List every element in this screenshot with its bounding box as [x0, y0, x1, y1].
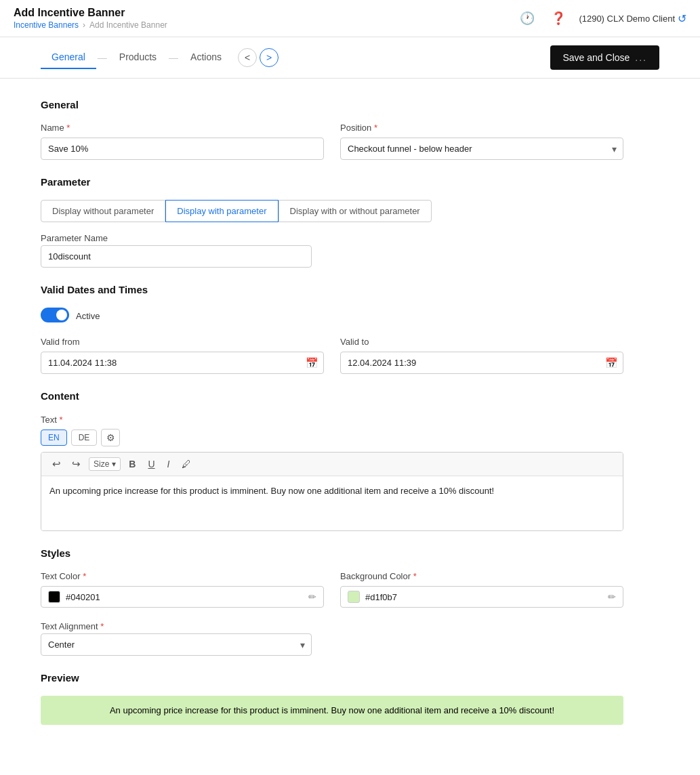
breadcrumb-current: Add Incentive Banner: [89, 20, 167, 30]
preview-banner-text: An upcoming price increase for this prod…: [110, 705, 554, 715]
text-color-edit-icon[interactable]: ✏: [308, 591, 316, 602]
parameter-section: Parameter Display without parameter Disp…: [41, 176, 623, 268]
tab-nav-buttons: < >: [238, 48, 279, 67]
top-bar-left: Add Incentive Banner Incentive Banners ›…: [14, 7, 167, 30]
styles-section: Styles Text Color * #040201 ✏ Background…: [41, 547, 623, 656]
active-toggle[interactable]: [41, 308, 69, 322]
breadcrumb-sep: ›: [83, 20, 85, 30]
font-size-select[interactable]: Size ▾: [89, 457, 121, 471]
preview-section-title: Preview: [41, 672, 623, 684]
general-section-title: General: [41, 99, 623, 110]
top-bar: Add Incentive Banner Incentive Banners ›…: [0, 0, 700, 37]
general-section: General Name * Position * Checkout funne…: [41, 99, 623, 160]
text-color-label: Text Color *: [41, 571, 324, 581]
tab-next-button[interactable]: >: [260, 48, 279, 67]
dates-row: Valid from 📅 Valid to 📅: [41, 337, 623, 374]
clock-icon-button[interactable]: 🕐: [516, 7, 538, 29]
tab-sep-1: —: [98, 52, 107, 63]
save-close-button[interactable]: Save and Close ...: [550, 45, 659, 70]
lang-tab-en[interactable]: EN: [41, 430, 67, 446]
active-toggle-row: Active: [41, 308, 623, 324]
valid-from-input[interactable]: [41, 352, 324, 374]
content-section-title: Content: [41, 390, 623, 402]
help-icon-button[interactable]: ❓: [548, 7, 569, 29]
tabs-area: General — Products — Actions < >: [41, 46, 279, 69]
breadcrumb-link[interactable]: Incentive Banners: [14, 20, 79, 30]
bold-button[interactable]: B: [125, 457, 140, 471]
text-align-label: Text Alignment *: [41, 621, 312, 631]
bg-color-value: #d1f0b7: [365, 592, 602, 602]
page-title: Add Incentive Banner: [14, 7, 167, 19]
valid-from-wrapper: 📅: [41, 352, 324, 374]
undo-button[interactable]: ↩: [48, 457, 65, 472]
preview-banner: An upcoming price increase for this prod…: [41, 696, 623, 725]
param-btn-without[interactable]: Display without parameter: [41, 200, 165, 222]
parameter-buttons: Display without parameter Display with p…: [41, 200, 623, 222]
name-input[interactable]: [41, 138, 324, 160]
save-close-label: Save and Close: [562, 52, 630, 63]
name-col: Name *: [41, 123, 324, 160]
tab-products[interactable]: Products: [108, 46, 167, 69]
client-label-text: (1290) CLX Demo Client: [579, 14, 675, 24]
text-req: *: [59, 415, 62, 425]
text-align-select[interactable]: Left Center Right: [41, 633, 312, 656]
styles-section-title: Styles: [41, 547, 623, 559]
param-btn-with[interactable]: Display with parameter: [165, 200, 278, 222]
text-color-input[interactable]: #040201 ✏: [41, 586, 324, 608]
bg-color-label: Background Color *: [340, 571, 623, 581]
highlight-button[interactable]: 🖊: [178, 457, 195, 471]
name-label: Name *: [41, 123, 324, 133]
client-label: (1290) CLX Demo Client ↺: [579, 12, 686, 25]
param-name-input[interactable]: [41, 245, 312, 268]
tab-prev-button[interactable]: <: [238, 48, 257, 67]
lang-tabs: EN DE ⚙: [41, 429, 623, 446]
preview-section: Preview An upcoming price increase for t…: [41, 672, 623, 725]
redo-button[interactable]: ↪: [68, 457, 85, 472]
position-col: Position * Checkout funnel - below heade…: [340, 123, 623, 160]
content-section: Content Text * EN DE ⚙ ↩ ↪ Size ▾ B: [41, 390, 623, 531]
position-select-wrapper: Checkout funnel - below header Homepage …: [340, 138, 623, 160]
undo-redo-group: ↩ ↪: [48, 457, 85, 472]
combined-top-bar: General — Products — Actions < > Save an…: [0, 37, 700, 79]
bg-color-edit-icon[interactable]: ✏: [608, 591, 616, 602]
colors-row: Text Color * #040201 ✏ Background Color …: [41, 571, 623, 608]
lang-tab-de[interactable]: DE: [71, 430, 98, 446]
tab-general[interactable]: General: [41, 46, 96, 69]
text-align-row: Text Alignment * Left Center Right: [41, 621, 312, 656]
valid-to-label: Valid to: [340, 337, 623, 347]
editor-toolbar: ↩ ↪ Size ▾ B U I 🖊: [41, 453, 623, 476]
size-label: Size: [94, 459, 109, 469]
param-btn-with-or-without[interactable]: Display with or without parameter: [279, 200, 432, 222]
editor-content-area[interactable]: An upcoming price increase for this prod…: [41, 476, 623, 530]
param-name-row: Parameter Name: [41, 233, 623, 268]
text-color-value: #040201: [66, 592, 303, 602]
valid-from-label: Valid from: [41, 337, 324, 347]
valid-to-input[interactable]: [340, 352, 623, 374]
active-label: Active: [76, 311, 100, 321]
tab-sep-2: —: [169, 52, 178, 63]
position-req: *: [374, 123, 377, 133]
underline-button[interactable]: U: [144, 457, 159, 471]
bg-color-input[interactable]: #d1f0b7 ✏: [340, 586, 623, 608]
text-label: Text *: [41, 415, 63, 425]
name-req: *: [66, 123, 70, 133]
valid-to-wrapper: 📅: [340, 352, 623, 374]
refresh-icon[interactable]: ↺: [678, 12, 686, 25]
text-align-select-wrapper: Left Center Right: [41, 633, 312, 656]
text-color-swatch: [48, 591, 60, 603]
size-chevron: ▾: [112, 459, 116, 469]
main-form: General Name * Position * Checkout funne…: [0, 79, 664, 761]
italic-button[interactable]: I: [163, 457, 174, 471]
position-label: Position *: [340, 123, 623, 133]
toggle-slider: [41, 308, 69, 322]
position-select[interactable]: Checkout funnel - below header Homepage …: [340, 138, 623, 160]
tab-actions[interactable]: Actions: [180, 46, 232, 69]
valid-from-col: Valid from 📅: [41, 337, 324, 374]
valid-to-col: Valid to 📅: [340, 337, 623, 374]
editor-settings-button[interactable]: ⚙: [101, 429, 120, 446]
bg-color-col: Background Color * #d1f0b7 ✏: [340, 571, 623, 608]
bg-color-swatch: [348, 591, 360, 603]
top-bar-right: 🕐 ❓ (1290) CLX Demo Client ↺: [516, 7, 686, 29]
dates-section: Valid Dates and Times Active Valid from …: [41, 284, 623, 374]
tabs: General — Products — Actions: [41, 46, 232, 69]
